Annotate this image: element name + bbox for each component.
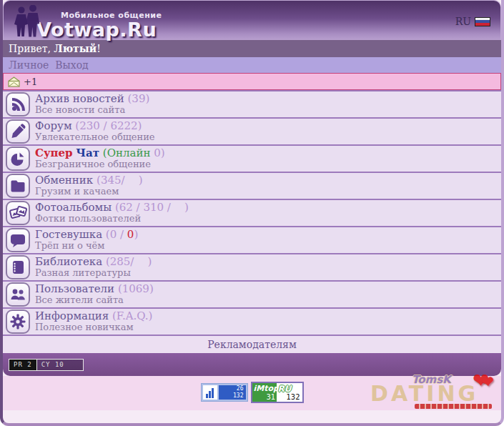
menu-link[interactable]: Супер Чат <box>35 147 99 159</box>
menu-subtitle: Фотки пользователей <box>35 214 189 224</box>
citation-index-value: CY 10 <box>37 360 83 370</box>
menu-item-photo-albums[interactable]: Фотоальбомы (62 / 310 / ) Фотки пользова… <box>3 200 501 227</box>
pie-chart-icon <box>6 147 30 171</box>
stats-counter-badge[interactable]: 26132 <box>201 383 248 402</box>
menu-link[interactable]: Информация <box>35 309 109 322</box>
page-footer: 26132 iMtop RU 31 132 TomsK DATING ❤❤ <box>3 376 501 410</box>
new-message-alert[interactable]: +1 <box>3 73 501 90</box>
menu-link[interactable]: Пользователи <box>35 282 114 295</box>
book-icon <box>6 255 30 279</box>
main-menu: Архив новостей (39) Все новости сайта Фо… <box>3 90 501 336</box>
photos-icon <box>6 201 30 225</box>
imtop-right-value: 132 <box>286 393 300 401</box>
counter-total: 132 <box>233 392 243 399</box>
menu-link[interactable]: Библиотека <box>35 255 102 268</box>
menu-link[interactable]: Форум <box>35 119 72 132</box>
counter-today: 26 <box>237 385 244 392</box>
bar-chart-icon <box>203 385 217 400</box>
imtop-counter-badge[interactable]: iMtop RU 31 132 <box>251 382 304 403</box>
new-message-count: +1 <box>24 76 37 87</box>
menu-link[interactable]: Обменник <box>35 174 93 187</box>
menu-subtitle: Все новости сайта <box>35 105 149 116</box>
imtop-brand-right: RU <box>278 384 292 394</box>
menu-item-file-exchange[interactable]: Обменник (345/ ) Грузим и качаем <box>3 173 501 200</box>
site-header: Мобильное общение Votwap.Ru RU <box>3 0 501 40</box>
greeting-bar: Привет, Лютый! <box>3 40 501 57</box>
menu-count-post: ) <box>134 228 138 241</box>
menu-item-news-archive[interactable]: Архив новостей (39) Все новости сайта <box>3 91 501 119</box>
open-envelope-icon <box>7 76 21 87</box>
menu-count: (39) <box>128 92 150 105</box>
nav-link-personal[interactable]: Личное <box>9 59 49 71</box>
menu-count-pre: (0 / <box>106 228 124 241</box>
menu-count: (1069) <box>118 282 154 295</box>
advertisers-link[interactable]: Рекламодателям <box>3 336 501 353</box>
watermark-red-strip <box>415 404 492 409</box>
menu-count: (F.A.Q.) <box>112 309 152 322</box>
pagerank-value: PR 2 <box>9 360 37 370</box>
user-nav: ЛичноеВыход <box>3 57 501 73</box>
votwap-page: Мобильное общение Votwap.Ru RU Привет, Л… <box>0 0 504 426</box>
speech-bubble-icon <box>6 228 30 252</box>
hearts-icon: ❤❤ <box>473 369 494 392</box>
menu-item-information[interactable]: Информация (F.A.Q.) Полезное новичкам <box>3 309 501 336</box>
menu-count: (230 / 6222) <box>75 119 142 132</box>
menu-link[interactable]: Архив новостей <box>35 92 124 105</box>
menu-subtitle: Полезное новичкам <box>35 322 152 333</box>
menu-subtitle: Грузим и качаем <box>35 187 143 197</box>
people-silhouettes-icon <box>12 5 46 41</box>
menu-item-forum[interactable]: Форум (230 / 6222) Увлекательное общение <box>3 119 501 146</box>
greeting-suffix: ! <box>97 43 101 54</box>
pencil-icon <box>6 119 30 144</box>
greeting-username: Лютый <box>54 43 97 54</box>
seo-rank-badge[interactable]: PR 2 CY 10 <box>9 359 84 371</box>
online-label: (Онлайн <box>103 147 151 159</box>
site-name: Votwap.Ru <box>36 20 162 39</box>
menu-count: (285/ ) <box>106 255 152 268</box>
menu-subtitle: Все жители сайта <box>35 295 154 306</box>
rss-icon <box>6 92 30 117</box>
menu-subtitle: Безграничное общение <box>35 159 165 170</box>
menu-subtitle: Трёп ни о чём <box>35 241 138 252</box>
menu-item-guestbook[interactable]: Гостевушка (0 / 0) Трёп ни о чём <box>3 227 501 254</box>
nav-link-logout[interactable]: Выход <box>55 59 88 71</box>
menu-count: (345/ ) <box>97 174 142 187</box>
menu-subtitle: Разная литературы <box>35 268 152 279</box>
gear-icon <box>6 309 30 334</box>
menu-item-users[interactable]: Пользователи (1069) Все жители сайта <box>3 282 501 309</box>
greeting-prefix: Привет, <box>9 43 54 54</box>
menu-count-new: 0 <box>127 228 134 241</box>
dating-watermark: TomsK DATING ❤❤ <box>370 373 495 410</box>
watermark-dating-label: DATING <box>370 383 478 405</box>
language-label: RU <box>455 16 471 27</box>
imtop-left-value: 31 <box>267 393 276 401</box>
menu-item-library[interactable]: Библиотека (285/ ) Разная литературы <box>3 254 501 282</box>
menu-link[interactable]: Фотоальбомы <box>35 201 112 214</box>
users-icon <box>6 282 30 307</box>
imtop-brand-left: iMtop <box>254 384 279 393</box>
menu-count: (62 / 310 / ) <box>115 201 189 214</box>
menu-subtitle: Увлекательное общение <box>35 132 155 143</box>
folder-icon <box>6 174 30 198</box>
online-count: 0) <box>154 147 164 159</box>
site-logo[interactable]: Мобильное общение Votwap.Ru <box>12 4 162 39</box>
language-switcher[interactable]: RU <box>455 16 490 27</box>
russian-flag-icon <box>475 17 490 26</box>
menu-item-super-chat[interactable]: Супер Чат (Онлайн 0) Безграничное общени… <box>3 146 501 173</box>
menu-link[interactable]: Гостевушка <box>35 228 102 241</box>
